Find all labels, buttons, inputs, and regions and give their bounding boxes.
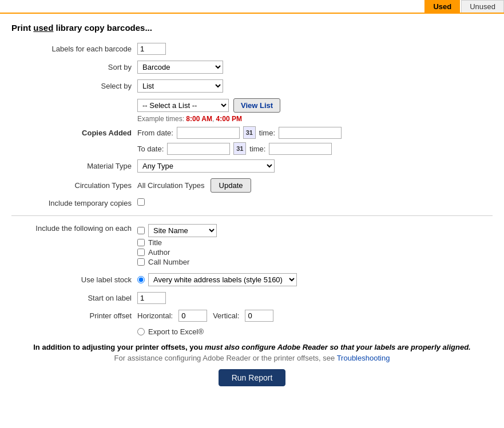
copies-added-label: Copies Added [11, 129, 137, 137]
material-type-control: Any Type Book DVD Magazine [137, 159, 493, 173]
label-stock-select[interactable]: Avery white address labels (style 5160) … [148, 273, 297, 286]
copies-from-inner: From date: 31 time: [137, 126, 342, 139]
info-text-line2: For assistance configuring Adobe Reader … [11, 354, 493, 362]
select-by-select[interactable]: List Date Added All [137, 79, 223, 93]
site-name-checkbox[interactable] [137, 227, 145, 234]
select-list-dropdown[interactable]: -- Select a List -- [137, 99, 229, 112]
printer-offset-label: Printer offset [11, 311, 137, 320]
select-by-row: Select by List Date Added All [11, 79, 493, 93]
include-temp-label: Include temporary copies [11, 199, 137, 207]
section-divider-1 [11, 215, 493, 216]
label-stock-control: Avery white address labels (style 5160) … [137, 273, 493, 286]
sort-control: Barcode Title Author Call Number [137, 61, 493, 74]
info-line1-before: In addition to adjusting your printer of… [33, 343, 205, 351]
to-date-cal-icon[interactable]: 31 [233, 142, 246, 155]
from-time-input[interactable] [279, 127, 342, 139]
horizontal-label: Horizontal: [137, 311, 173, 320]
to-time-input[interactable] [269, 143, 332, 155]
title-underline: used [33, 23, 53, 33]
sort-label: Sort by [11, 63, 137, 71]
start-on-label-label: Start on label [11, 294, 137, 302]
copies-to-inner: To date: 31 time: [137, 142, 332, 155]
call-number-row: Call Number [137, 258, 493, 266]
include-each-label: Include the following on each [11, 224, 137, 233]
sort-select[interactable]: Barcode Title Author Call Number [137, 61, 223, 74]
include-temp-row: Include temporary copies [11, 198, 493, 207]
material-type-row: Material Type Any Type Book DVD Magazine [11, 159, 493, 173]
circ-types-text: All Circulation Types [137, 181, 205, 190]
circ-types-control: All Circulation Types Update [137, 178, 493, 193]
material-type-label: Material Type [11, 162, 137, 170]
export-excel-label: Export to Excel® [148, 327, 204, 336]
title-row: Title [137, 238, 493, 247]
info-line2-before: For assistance configuring Adobe Reader … [114, 354, 337, 362]
circ-update-button[interactable]: Update [211, 178, 252, 193]
start-on-label-control [137, 292, 493, 304]
run-report-button[interactable]: Run Report [219, 369, 286, 386]
tab-unused[interactable]: Unused [461, 0, 504, 13]
export-excel-row: Export to Excel® [11, 327, 493, 336]
select-list-row: -- Select a List -- View List [137, 98, 493, 113]
title-prefix: Print [11, 23, 33, 33]
circ-types-label: Circulation Types [11, 181, 137, 190]
to-date-input[interactable] [167, 143, 230, 155]
export-excel-control: Export to Excel® [137, 327, 493, 336]
page-title: Print used library copy barcodes... [11, 23, 493, 33]
title-checkbox[interactable] [137, 239, 145, 246]
tab-used[interactable]: Used [424, 0, 460, 13]
from-date-input[interactable] [177, 127, 240, 139]
horizontal-input[interactable] [178, 310, 207, 322]
tab-bar: Used Unused [0, 0, 504, 14]
label-stock-row: Use label stock Avery white address labe… [11, 273, 493, 286]
example-time-2: 4:00 PM [216, 115, 242, 123]
to-time-label: time: [249, 145, 265, 153]
author-checkbox[interactable] [137, 249, 145, 256]
example-times-text: Example times: [137, 115, 186, 123]
author-label: Author [148, 248, 170, 257]
label-stock-label: Use label stock [11, 275, 137, 284]
vertical-input[interactable] [245, 310, 273, 322]
printer-offset-control: Horizontal: Vertical: [137, 310, 493, 322]
circ-types-row: Circulation Types All Circulation Types … [11, 178, 493, 193]
start-on-label-input[interactable] [137, 292, 166, 304]
labels-control [137, 43, 493, 55]
title-suffix: library copy barcodes... [53, 23, 152, 33]
run-report-row: Run Report [11, 369, 493, 386]
label-stock-radio[interactable] [137, 276, 145, 283]
include-temp-control [137, 198, 493, 207]
start-on-label-row: Start on label [11, 292, 493, 304]
title-label: Title [148, 238, 162, 247]
site-name-row: Site Name Branch Location [137, 224, 493, 237]
main-content: Print used library copy barcodes... Labe… [0, 14, 504, 407]
vertical-label: Vertical: [213, 311, 239, 320]
from-date-cal-icon[interactable]: 31 [243, 126, 256, 139]
material-type-select[interactable]: Any Type Book DVD Magazine [137, 159, 275, 173]
info-line1-must: must also configure Adobe Reader so that… [205, 343, 471, 351]
call-number-checkbox[interactable] [137, 258, 145, 266]
export-excel-radio[interactable] [137, 328, 145, 335]
author-row: Author [137, 248, 493, 257]
select-by-label: Select by [11, 82, 137, 90]
from-date-label: From date: [137, 129, 173, 137]
labels-label: Labels for each barcode [11, 45, 137, 53]
to-date-label: To date: [137, 145, 164, 153]
troubleshooting-link[interactable]: Troubleshooting [337, 354, 390, 362]
copies-from-row: Copies Added From date: 31 time: [11, 126, 493, 139]
select-by-control: List Date Added All [137, 79, 493, 93]
call-number-label: Call Number [148, 258, 189, 266]
example-time-1: 8:00 AM [186, 115, 212, 123]
printer-offset-row: Printer offset Horizontal: Vertical: [11, 310, 493, 322]
site-name-select[interactable]: Site Name Branch Location [148, 224, 217, 237]
sort-row: Sort by Barcode Title Author Call Number [11, 61, 493, 74]
info-text-line1: In addition to adjusting your printer of… [11, 343, 493, 351]
include-temp-checkbox[interactable] [137, 198, 145, 206]
labels-input[interactable] [137, 43, 166, 55]
example-times: Example times: 8:00 AM, 4:00 PM [137, 115, 493, 123]
view-list-button[interactable]: View List [233, 98, 280, 113]
copies-to-row: To date: 31 time: [11, 142, 493, 155]
include-each-row: Include the following on each Site Name … [11, 224, 493, 267]
include-each-control: Site Name Branch Location Title Author C… [137, 224, 493, 267]
labels-row: Labels for each barcode [11, 43, 493, 55]
from-time-label: time: [259, 129, 275, 137]
